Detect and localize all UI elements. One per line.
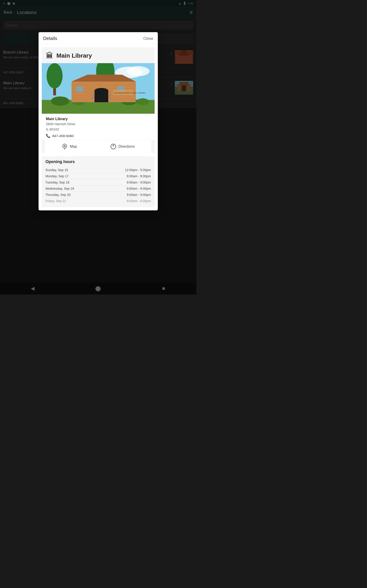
hours-time: 9:00am - 9:00pm [127, 193, 151, 197]
directions-label: Directions [118, 145, 135, 149]
hours-time: 9:00am - 6:00pm [127, 199, 151, 203]
opening-hours-title: Opening hours [45, 159, 151, 164]
svg-text:ALGONQUIN AREA PUBLIC LIBRARY: ALGONQUIN AREA PUBLIC LIBRARY [114, 92, 146, 94]
hours-day: Tuesday, Sep 18 [45, 181, 69, 184]
directions-icon [110, 143, 117, 150]
phone-icon: 📞 [46, 134, 50, 138]
library-card: 🏛 Main Library [42, 47, 155, 153]
directions-button[interactable]: Directions [110, 143, 135, 150]
svg-rect-35 [110, 93, 110, 100]
svg-point-36 [63, 144, 67, 148]
modal-overlay: Details Close 🏛 Main Library [0, 0, 196, 294]
modal-close-button[interactable]: Close [143, 36, 153, 41]
opening-hours: Opening hours Sunday, Sep 16 12:00pm - 5… [42, 156, 155, 207]
details-modal: Details Close 🏛 Main Library [39, 32, 158, 210]
hours-day: Friday, Sep 21 [45, 199, 66, 203]
library-address-line1: 2600 Harnish Drive [46, 121, 150, 127]
map-button[interactable]: Map [61, 143, 77, 150]
library-actions: Map Directions [45, 140, 151, 153]
library-phone-number: 847-458-6060 [52, 134, 74, 138]
hours-time: 9:00am - 9:00pm [127, 181, 151, 184]
hours-row: Wednesday, Sep 19 9:00am - 9:00pm [45, 186, 151, 192]
library-phone: 📞 847-458-6060 [46, 134, 150, 138]
modal-title: Details [43, 36, 57, 41]
map-label: Map [70, 145, 77, 149]
hours-day: Monday, Sep 17 [45, 174, 69, 178]
hours-row: Sunday, Sep 16 12:00pm - 5:00pm [45, 167, 151, 173]
library-detail-name: Main Library [46, 117, 150, 121]
hours-row: Monday, Sep 17 9:00am - 9:00pm [45, 173, 151, 179]
svg-point-11 [127, 66, 150, 76]
hours-row: Thursday, Sep 20 9:00am - 9:00pm [45, 192, 151, 198]
hours-day: Sunday, Sep 16 [45, 168, 68, 172]
svg-rect-34 [92, 93, 93, 100]
svg-rect-30 [76, 86, 83, 92]
svg-point-37 [64, 145, 65, 147]
hours-day: Thursday, Sep 20 [45, 193, 70, 197]
modal-header: Details Close [39, 32, 158, 44]
svg-point-16 [136, 98, 149, 105]
hours-time: 9:00am - 9:00pm [127, 187, 151, 190]
library-details: Main Library 2600 Harnish Drive IL 60102… [42, 114, 155, 140]
library-address-line2: IL 60102 [46, 127, 150, 132]
modal-body: 🏛 Main Library [39, 44, 158, 210]
library-card-header: 🏛 Main Library [42, 47, 155, 63]
hours-day: Wednesday, Sep 19 [45, 187, 74, 190]
hours-time: 9:00am - 9:00pm [127, 174, 151, 178]
svg-marker-41 [113, 145, 114, 146]
svg-point-13 [51, 96, 69, 106]
svg-point-18 [47, 63, 63, 88]
library-photo: ALGONQUIN AREA PUBLIC LIBRARY [42, 63, 155, 114]
hours-time: 12:00pm - 5:00pm [125, 168, 151, 172]
svg-point-29 [94, 88, 108, 94]
library-name-heading: Main Library [56, 52, 92, 59]
map-icon [61, 143, 68, 150]
hours-row: Tuesday, Sep 18 9:00am - 9:00pm [45, 179, 151, 186]
hours-row: Friday, Sep 21 9:00am - 6:00pm [45, 198, 151, 204]
library-building-icon: 🏛 [46, 52, 53, 60]
